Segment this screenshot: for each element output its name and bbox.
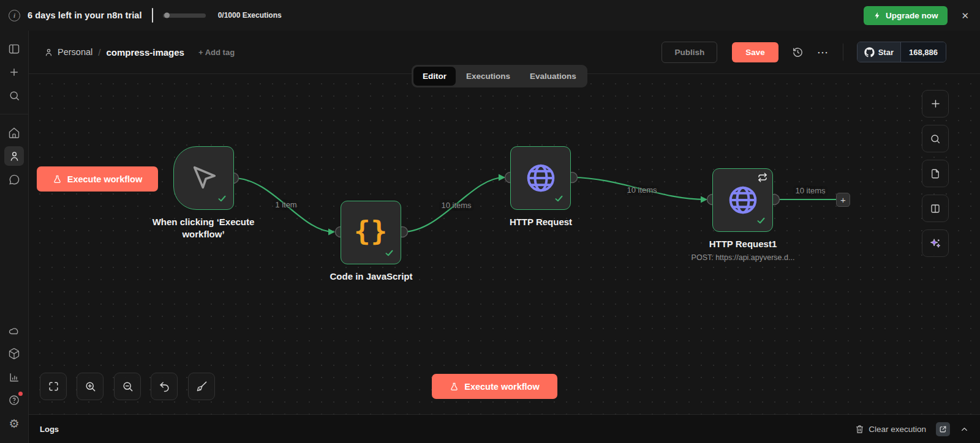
success-check-icon (756, 216, 766, 228)
popout-icon (939, 425, 947, 433)
github-star-button[interactable]: Star (858, 42, 900, 62)
execute-workflow-bottom-button[interactable]: Execute workflow (432, 374, 557, 399)
breadcrumb-separator: / (98, 47, 100, 58)
upgrade-label: Upgrade now (886, 11, 938, 20)
chevron-up-icon (960, 425, 969, 434)
expand-logs-button[interactable] (960, 425, 969, 434)
collapse-sidebar-icon[interactable] (4, 39, 24, 59)
trial-message: 6 days left in your n8n trial (28, 10, 142, 20)
close-icon[interactable]: ✕ (961, 11, 969, 20)
sidebar-item-personal[interactable] (4, 146, 24, 166)
sidebar-item-insights[interactable] (4, 367, 24, 387)
sidebar-item-help[interactable] (4, 390, 24, 410)
logs-actions: Clear execution (855, 422, 969, 436)
info-icon: i (9, 10, 20, 21)
logs-title: Logs (40, 425, 59, 434)
divider (152, 8, 153, 23)
gear-icon: ⚙ (9, 417, 19, 430)
node-code-in-javascript[interactable]: {} (341, 201, 401, 264)
zoom-to-fit-button[interactable] (40, 373, 67, 400)
clear-execution-label: Clear execution (869, 425, 926, 434)
tidy-up-button[interactable] (188, 373, 215, 400)
sticky-note-button[interactable] (922, 160, 949, 187)
divider (0, 114, 29, 114)
history-icon[interactable] (792, 47, 804, 58)
add-node-button[interactable] (922, 90, 949, 117)
sidebar-item-settings[interactable]: ⚙ (4, 414, 24, 433)
undo-button[interactable] (151, 373, 178, 400)
view-tabs: Editor Executions Evaluations (412, 65, 587, 87)
tab-evaluations[interactable]: Evaluations (521, 67, 586, 86)
success-check-icon (217, 194, 227, 206)
node-http-request1[interactable] (712, 168, 773, 232)
sidebar-item-home[interactable] (4, 123, 24, 143)
execute-workflow-label: Execute workflow (464, 382, 539, 392)
connections-layer (29, 74, 980, 414)
publish-button[interactable]: Publish (662, 42, 717, 63)
ai-assistant-button[interactable] (922, 229, 949, 257)
divider (843, 43, 843, 61)
sidebar-item-chat[interactable] (4, 169, 24, 189)
plus-icon: + (840, 195, 846, 205)
zoom-out-button[interactable] (114, 373, 141, 400)
bolt-icon (873, 12, 881, 20)
trash-icon (855, 425, 864, 434)
github-icon (864, 47, 875, 58)
clear-execution-button[interactable]: Clear execution (855, 425, 926, 434)
notification-dot (18, 392, 23, 396)
node-label: Code in JavaScript (304, 270, 439, 283)
connection-items-label: 10 items (441, 201, 471, 210)
zoom-in-button[interactable] (77, 373, 104, 400)
progress-knob (164, 13, 170, 18)
new-workflow-icon[interactable] (4, 62, 24, 82)
flask-icon (53, 174, 62, 184)
split-panel-button[interactable] (922, 195, 949, 222)
connection-items-label: 10 items (627, 185, 657, 195)
github-star-count[interactable]: 168,886 (900, 42, 946, 62)
more-options-icon[interactable]: ⋯ (817, 45, 829, 59)
tab-editor[interactable]: Editor (413, 67, 456, 86)
save-button[interactable]: Save (732, 42, 778, 62)
flask-icon (450, 382, 459, 392)
open-logs-window-button[interactable] (936, 422, 950, 436)
sidebar-item-templates[interactable] (4, 344, 24, 363)
breadcrumb: Personal / compress-images + Add tag (44, 47, 235, 58)
node-label: HTTP Request (480, 216, 602, 228)
workflow-canvas[interactable]: 1 item 10 items 10 items 10 items Execut… (29, 74, 980, 414)
logs-bar: Logs Clear execution (29, 414, 980, 443)
github-star-widget[interactable]: Star 168,886 (857, 42, 946, 62)
node-manual-trigger[interactable] (173, 146, 234, 210)
sidebar-item-cloud[interactable] (4, 321, 24, 340)
header-actions: Publish Save ⋯ Star 168,886 (662, 42, 946, 63)
execute-workflow-label: Execute workflow (67, 174, 142, 184)
content-area: Personal / compress-images + Add tag Pub… (29, 31, 980, 443)
node-subtitle: POST: https://api.apyverse.d... (669, 253, 816, 262)
workflow-name[interactable]: compress-images (106, 47, 184, 58)
add-tag-button[interactable]: + Add tag (198, 48, 235, 57)
trial-info: i 6 days left in your n8n trial 0/1000 E… (9, 8, 282, 23)
executions-count: 0/1000 Executions (218, 11, 282, 20)
trial-banner: i 6 days left in your n8n trial 0/1000 E… (0, 0, 980, 31)
sparkles-icon (929, 237, 942, 250)
project-name: Personal (58, 47, 92, 57)
node-label: When clicking ‘Execute workflow’ (141, 216, 266, 241)
search-icon[interactable] (4, 86, 24, 105)
node-label: HTTP Request1 (669, 238, 816, 250)
search-nodes-button[interactable] (922, 125, 949, 152)
trial-actions: Upgrade now ✕ (864, 6, 969, 25)
n8n-app: i 6 days left in your n8n trial 0/1000 E… (0, 0, 980, 443)
left-sidebar: ⚙ (0, 31, 29, 443)
tab-executions[interactable]: Executions (457, 67, 519, 86)
success-check-icon (384, 248, 394, 260)
breadcrumb-project[interactable]: Personal (44, 47, 92, 57)
upgrade-now-button[interactable]: Upgrade now (864, 6, 948, 25)
star-label: Star (878, 48, 894, 57)
executions-progress-bar (163, 13, 206, 18)
connection-items-label: 10 items (795, 186, 825, 195)
add-node-endpoint-button[interactable]: + (836, 193, 850, 207)
node-http-request[interactable] (510, 146, 571, 210)
connection-items-label: 1 item (275, 200, 296, 209)
execute-workflow-button[interactable]: Execute workflow (37, 166, 158, 192)
success-check-icon (554, 194, 564, 206)
